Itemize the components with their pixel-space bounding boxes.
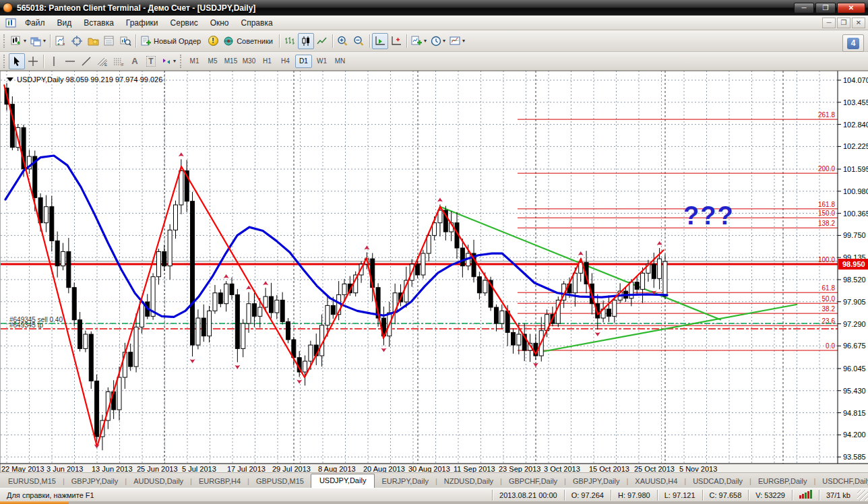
menu-item-окно[interactable]: Окно [204, 17, 235, 29]
chart-shift-button[interactable] [388, 33, 404, 49]
chart-tab-audusd-daily[interactable]: AUDUSD,Daily [127, 475, 190, 488]
experts-button[interactable]: Советники [221, 33, 277, 49]
candle-bear [78, 320, 82, 349]
menu-item-справка[interactable]: Справка [235, 17, 279, 29]
chart-tab-gbpjpy-daily[interactable]: GBPJPY,Daily [65, 475, 125, 488]
question-annotation[interactable]: ??? [683, 201, 735, 230]
timeframe-d1-button[interactable]: D1 [295, 55, 312, 68]
alerts-button[interactable]: ! [205, 33, 221, 49]
status-bar: Для справки, нажмите F1 2013.08.21 00:00… [0, 488, 868, 501]
zoom-out-button[interactable] [351, 33, 367, 49]
text-tool-button[interactable]: A [127, 53, 143, 69]
fib-level-label: 50.0 [822, 295, 836, 303]
chart-tab-nzdusd-daily[interactable]: NZDUSD,Daily [437, 475, 500, 488]
candle-bull [663, 261, 667, 296]
timeframe-mn-button[interactable]: MN [332, 55, 348, 68]
child-restore-button[interactable]: ❐ [837, 18, 850, 28]
chart-tab-usdcad-daily[interactable]: USDCAD,Daily [686, 475, 749, 488]
market-watch-icon [55, 36, 66, 46]
chart-tab-eurusd-m15[interactable]: EURUSD,M15 [1, 475, 63, 488]
minimize-button[interactable]: ─ [794, 3, 814, 13]
chart-tab-usdchf-daily[interactable]: USDCHF,Daily [815, 475, 868, 488]
fibonacci-button[interactable]: F [111, 53, 127, 69]
arrows-tool-button[interactable]: ▾ [159, 53, 178, 69]
new-order-button[interactable]: Новый Ордер [138, 33, 205, 49]
market-watch-button[interactable] [53, 33, 69, 49]
bars-chart-icon [284, 36, 295, 46]
zoom-out-icon [353, 36, 365, 46]
candle-bull [517, 334, 521, 345]
price-tick-label: 100.980 [843, 187, 868, 195]
templates-button[interactable]: ▾ [447, 33, 467, 49]
candle-bull [84, 334, 88, 348]
new-chart-button[interactable]: ▾ [9, 33, 28, 49]
date-tick-label: 22 May 2013 [1, 465, 44, 472]
navigator-button[interactable] [85, 33, 101, 49]
autoscroll-button[interactable] [372, 33, 388, 49]
zoom-in-button[interactable] [335, 33, 351, 49]
menu-item-файл[interactable]: Файл [19, 17, 51, 29]
toolbar-grip[interactable] [3, 34, 7, 48]
price-chart[interactable]: 0.023.638.250.061.8100.0138.2150.0161.82… [0, 71, 868, 472]
price-tick-label: 93.585 [843, 453, 866, 461]
periods-button[interactable]: ▾ [429, 33, 447, 49]
menu-item-вид[interactable]: Вид [51, 17, 78, 29]
terminal-window-button[interactable] [101, 33, 117, 49]
chart-tab-eurjpy-daily[interactable]: EURJPY,Daily [375, 475, 435, 488]
label-tool-button[interactable]: T [143, 53, 159, 69]
chart-tab-gbpusd-m15[interactable]: GBPUSD,M15 [249, 475, 311, 488]
svg-text:E: E [104, 63, 107, 67]
timeframe-m5-button[interactable]: M5 [204, 55, 221, 68]
timeframe-h4-button[interactable]: H4 [277, 55, 294, 68]
child-minimize-button[interactable]: ─ [822, 18, 836, 28]
crosshair-tool-button[interactable] [25, 53, 41, 69]
menu-item-графики[interactable]: Графики [120, 17, 164, 29]
chart-tab-eurgbp-h4[interactable]: EURGBP,H4 [192, 475, 247, 488]
candle-bull [342, 284, 346, 294]
channel-button[interactable]: E [94, 53, 111, 69]
vertical-line-button[interactable] [46, 53, 62, 69]
candle-bear [202, 318, 206, 336]
title-bar[interactable]: 565018: Panteon Client Terminal - Демо С… [0, 0, 868, 15]
candle-bull [275, 300, 279, 313]
menu-item-сервис[interactable]: Сервис [164, 17, 204, 29]
cursor-button[interactable] [9, 53, 25, 69]
timeframe-m1-button[interactable]: M1 [186, 55, 203, 68]
timeframe-m15-button[interactable]: M15 [222, 55, 239, 68]
profiles-button[interactable]: ▾ [28, 33, 48, 49]
chart-line-button[interactable] [314, 33, 330, 49]
chart-bars-button[interactable] [282, 33, 298, 49]
candle-bear [494, 307, 498, 323]
crosshair-window-button[interactable] [69, 33, 85, 49]
toolbar-grip[interactable] [180, 55, 183, 68]
close-button[interactable]: ✕ [837, 3, 865, 13]
chart-tab-bar: EURUSD,M15|GBPJPY,Daily|AUDUSD,Daily|EUR… [0, 472, 868, 488]
maximize-button[interactable]: ❐ [815, 3, 836, 13]
community-badge-button[interactable]: 4 [842, 34, 864, 52]
timeframe-m30-button[interactable]: M30 [241, 55, 257, 68]
trendline-button[interactable] [78, 53, 94, 69]
indicators-button[interactable]: ▾ [409, 33, 429, 49]
horizontal-line-button[interactable] [62, 53, 78, 69]
menu-item-вставка[interactable]: Вставка [78, 17, 120, 29]
chart-candles-button[interactable] [298, 33, 314, 49]
toolbar-grip[interactable] [3, 55, 7, 68]
chart-tab-usdjpy-daily[interactable]: USDJPY,Daily [311, 474, 375, 488]
standard-toolbar: ▾ ▾ Новый Ордер ! Советники [0, 30, 868, 52]
chart-tab-gbpjpy-daily[interactable]: GBPJPY,Daily [566, 475, 627, 488]
resize-grip[interactable] [857, 490, 868, 501]
candle-bear [162, 251, 166, 265]
strategy-tester-button[interactable] [117, 33, 133, 49]
candle-bull [438, 210, 442, 223]
crosshair-icon [28, 56, 38, 67]
chart-tab-eurgbp-daily[interactable]: EURGBP,Daily [751, 475, 814, 488]
autoscroll-icon [374, 36, 385, 46]
price-tick-label: 95.430 [843, 387, 866, 395]
status-low: L: 97.121 [657, 490, 702, 501]
chart-tab-xauusd-h4[interactable]: XAUUSD,H4 [628, 475, 684, 488]
timeframe-w1-button[interactable]: W1 [313, 55, 330, 68]
chart-tab-gbpchf-daily[interactable]: GBPCHF,Daily [502, 475, 564, 488]
child-close-button[interactable]: ✕ [852, 18, 865, 28]
timeframe-h1-button[interactable]: H1 [259, 55, 276, 68]
dropdown-caret: ▾ [443, 38, 445, 44]
